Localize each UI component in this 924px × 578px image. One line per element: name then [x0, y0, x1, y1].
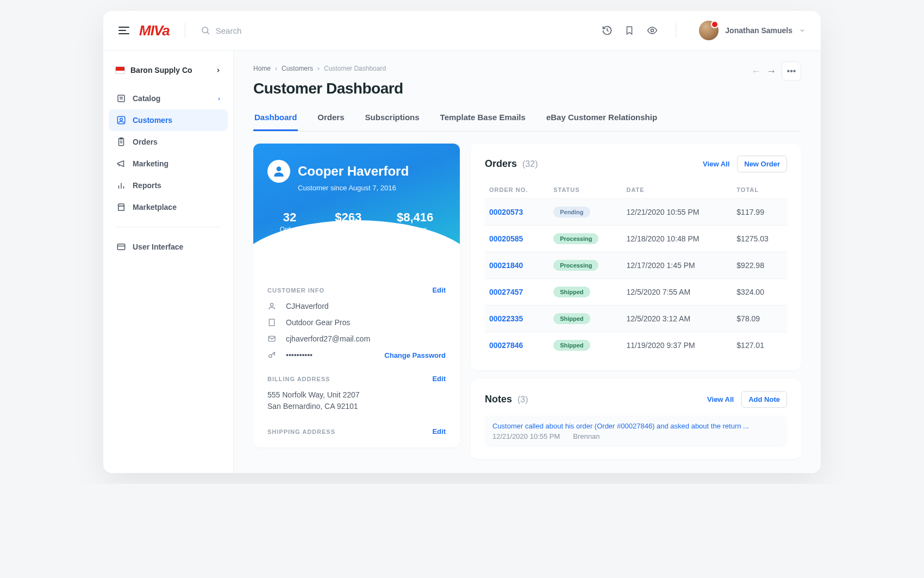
edit-shipping[interactable]: Edit — [432, 427, 446, 436]
order-date: 12/17/2020 1:45 PM — [622, 252, 733, 279]
customer-hero: Cooper Haverford Customer since August 7… — [253, 144, 460, 274]
orders-panel: Orders (32) View All New Order ORDER NO.… — [471, 144, 801, 370]
chevron-right-icon — [215, 67, 221, 73]
stat-orders: 32 Orders — [280, 210, 300, 233]
bookmark-icon[interactable] — [625, 25, 634, 36]
menu-toggle-icon[interactable] — [118, 27, 129, 34]
order-number-link[interactable]: 00022335 — [489, 314, 523, 323]
search[interactable] — [201, 26, 592, 35]
customer-name: Cooper Haverford — [298, 164, 409, 179]
orders-icon — [116, 137, 126, 147]
mail-icon — [267, 334, 278, 343]
customer-since: Customer since August 7, 2016 — [298, 184, 446, 192]
sidebar: Baron Supply Co Catalog›CustomersOrdersM… — [103, 51, 234, 473]
sidebar-item-orders[interactable]: Orders — [109, 131, 228, 153]
order-number-link[interactable]: 00027457 — [489, 288, 523, 296]
order-total: $324.00 — [732, 279, 787, 306]
table-row[interactable]: 00022335Shipped12/5/2020 3:12 AM$78.09 — [485, 306, 787, 332]
svg-point-20 — [270, 303, 273, 306]
column-header: STATUS — [549, 181, 622, 199]
avatar — [699, 21, 719, 40]
table-row[interactable]: 00027457Shipped12/5/2020 7:55 AM$324.00 — [485, 279, 787, 306]
edit-billing[interactable]: Edit — [432, 375, 446, 383]
order-date: 12/21/2020 10:55 PM — [622, 199, 733, 226]
prev-record-button[interactable]: ← — [751, 66, 761, 77]
orders-count: (32) — [522, 159, 538, 169]
sidebar-item-user-interface[interactable]: User Interface — [109, 236, 228, 258]
order-date: 11/19/2020 9:37 PM — [622, 332, 733, 359]
divider — [185, 23, 185, 38]
order-number-link[interactable]: 00021840 — [489, 261, 523, 270]
edit-customer-info[interactable]: Edit — [432, 286, 446, 294]
order-total: $922.98 — [732, 252, 787, 279]
store-icon — [115, 66, 125, 74]
sidebar-item-marketplace[interactable]: Marketplace — [109, 196, 228, 218]
order-number-link[interactable]: 00020573 — [489, 208, 523, 216]
table-row[interactable]: 00027846Shipped11/19/2020 9:37 PM$127.01 — [485, 332, 787, 359]
tab-dashboard[interactable]: Dashboard — [253, 107, 298, 131]
svg-point-19 — [277, 166, 282, 171]
notes-count: (3) — [517, 395, 528, 405]
reports-icon — [116, 181, 126, 190]
store-switcher[interactable]: Baron Supply Co — [103, 60, 233, 84]
note-item[interactable]: Customer called about his order (Order #… — [485, 415, 787, 447]
sidebar-item-marketing[interactable]: Marketing — [109, 153, 228, 175]
divider — [676, 23, 676, 38]
breadcrumb-current: Customer Dashboard — [324, 65, 386, 72]
table-row[interactable]: 00020585Processing12/18/2020 10:48 PM$12… — [485, 226, 787, 252]
customers-icon — [116, 115, 126, 125]
order-total: $78.09 — [732, 306, 787, 332]
table-row[interactable]: 00020573Pending12/21/2020 10:55 PM$117.9… — [485, 199, 787, 226]
sidebar-item-reports[interactable]: Reports — [109, 175, 228, 196]
orders-view-all[interactable]: View All — [703, 160, 729, 168]
svg-point-0 — [202, 27, 208, 33]
note-text[interactable]: Customer called about his order (Order #… — [492, 422, 779, 430]
history-icon[interactable] — [602, 25, 613, 36]
notes-view-all[interactable]: View All — [707, 395, 734, 403]
search-input[interactable] — [216, 26, 357, 35]
order-date: 12/5/2020 3:12 AM — [622, 306, 733, 332]
topbar: MIVa Jonathan Samuels — [103, 11, 821, 51]
table-row[interactable]: 00021840Processing12/17/2020 1:45 PM$922… — [485, 252, 787, 279]
status-badge: Shipped — [553, 313, 590, 324]
customer-company: Outdoor Gear Pros — [286, 318, 350, 327]
store-name: Baron Supply Co — [130, 66, 192, 74]
breadcrumb-customers[interactable]: Customers — [282, 65, 313, 72]
sidebar-item-catalog[interactable]: Catalog› — [109, 88, 228, 109]
change-password-link[interactable]: Change Password — [384, 351, 446, 359]
catalog-icon — [116, 94, 126, 103]
sidebar-item-label: Catalog — [133, 94, 160, 103]
user-menu[interactable]: Jonathan Samuels — [699, 21, 806, 40]
sidebar-item-label: Marketing — [133, 159, 168, 168]
eye-icon[interactable] — [646, 25, 658, 36]
order-number-link[interactable]: 00027846 — [489, 341, 523, 350]
stat-avg: $263 Avg Order Value — [324, 210, 372, 233]
sidebar-item-label: Customers — [133, 116, 172, 125]
next-record-button[interactable]: → — [766, 66, 776, 77]
tab-template-base-emails[interactable]: Template Base Emails — [439, 107, 527, 131]
tab-ebay-customer-relationship[interactable]: eBay Customer Relationship — [545, 107, 658, 131]
tab-orders[interactable]: Orders — [316, 107, 345, 131]
new-order-button[interactable]: New Order — [737, 156, 787, 172]
order-number-link[interactable]: 00020585 — [489, 234, 523, 243]
svg-rect-21 — [269, 319, 274, 326]
column-header: DATE — [622, 181, 733, 199]
sidebar-item-customers[interactable]: Customers — [109, 109, 228, 131]
customer-username: CJHaverford — [286, 302, 329, 310]
orders-title: Orders — [485, 158, 517, 170]
tab-subscriptions[interactable]: Subscriptions — [364, 107, 421, 131]
order-total: $117.99 — [732, 199, 787, 226]
customer-card: Cooper Haverford Customer since August 7… — [253, 144, 460, 448]
notes-title: Notes — [485, 394, 512, 405]
logo[interactable]: MIVa — [139, 22, 170, 39]
order-total: $1275.03 — [732, 226, 787, 252]
more-button[interactable]: ••• — [782, 61, 801, 81]
search-icon — [201, 26, 210, 35]
status-badge: Processing — [553, 260, 598, 271]
status-badge: Shipped — [553, 340, 590, 351]
breadcrumb-home[interactable]: Home — [253, 65, 271, 72]
svg-rect-17 — [117, 244, 125, 250]
add-note-button[interactable]: Add Note — [741, 391, 787, 408]
status-badge: Shipped — [553, 287, 590, 297]
breadcrumb: Home › Customers › Customer Dashboard — [253, 65, 801, 72]
